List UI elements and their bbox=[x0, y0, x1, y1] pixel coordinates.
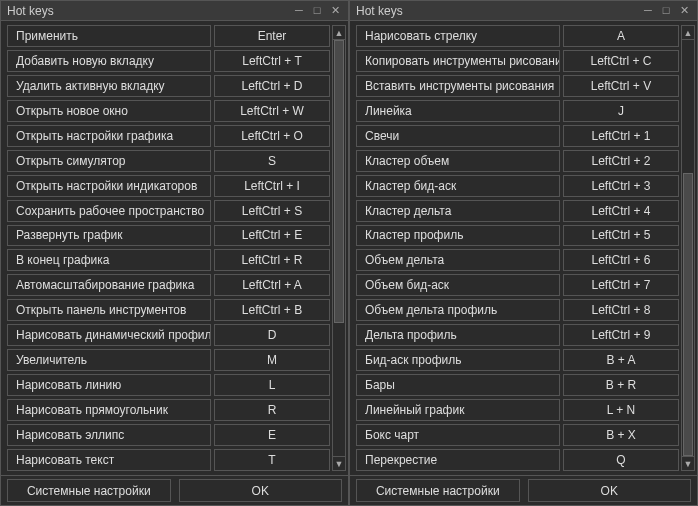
hotkey-key[interactable]: A bbox=[563, 25, 679, 47]
maximize-icon[interactable]: □ bbox=[310, 5, 324, 17]
hotkey-row: Бокс чартB + X bbox=[356, 424, 679, 446]
hotkey-key[interactable]: S bbox=[214, 150, 330, 172]
hotkey-key[interactable]: LeftCtrl + 3 bbox=[563, 175, 679, 197]
hotkey-label[interactable]: Кластер объем bbox=[356, 150, 560, 172]
hotkey-key[interactable]: LeftCtrl + S bbox=[214, 200, 330, 222]
hotkey-label[interactable]: Нарисовать динамический профил bbox=[7, 324, 211, 346]
hotkey-label[interactable]: Перекрестие bbox=[356, 449, 560, 471]
hotkey-key[interactable]: LeftCtrl + A bbox=[214, 274, 330, 296]
hotkey-key[interactable]: LeftCtrl + R bbox=[214, 249, 330, 271]
hotkey-label[interactable]: Кластер бид-аск bbox=[356, 175, 560, 197]
hotkey-key[interactable]: LeftCtrl + 2 bbox=[563, 150, 679, 172]
close-icon[interactable]: ✕ bbox=[677, 5, 691, 17]
hotkey-label[interactable]: Добавить новую вкладку bbox=[7, 50, 211, 72]
hotkey-label[interactable]: Нарисовать линию bbox=[7, 374, 211, 396]
scroll-down-icon[interactable]: ▼ bbox=[682, 456, 694, 470]
hotkey-key[interactable]: R bbox=[214, 399, 330, 421]
scroll-track[interactable] bbox=[682, 40, 694, 456]
hotkey-label[interactable]: Сохранить рабочее пространство bbox=[7, 200, 211, 222]
hotkey-key[interactable]: B + R bbox=[563, 374, 679, 396]
hotkey-label[interactable]: Кластер дельта bbox=[356, 200, 560, 222]
hotkey-label[interactable]: Вставить инструменты рисования bbox=[356, 75, 560, 97]
hotkey-key[interactable]: T bbox=[214, 449, 330, 471]
close-icon[interactable]: ✕ bbox=[328, 5, 342, 17]
hotkey-key[interactable]: LeftCtrl + E bbox=[214, 225, 330, 247]
hotkey-label[interactable]: Линейный график bbox=[356, 399, 560, 421]
scroll-up-icon[interactable]: ▲ bbox=[682, 26, 694, 40]
hotkey-label[interactable]: Нарисовать стрелку bbox=[356, 25, 560, 47]
hotkey-label[interactable]: Бокс чарт bbox=[356, 424, 560, 446]
hotkey-key[interactable]: L bbox=[214, 374, 330, 396]
hotkey-label[interactable]: Автомасштабирование графика bbox=[7, 274, 211, 296]
hotkey-key[interactable]: LeftCtrl + B bbox=[214, 299, 330, 321]
hotkey-key[interactable]: LeftCtrl + 6 bbox=[563, 249, 679, 271]
hotkey-label[interactable]: Объем дельта профиль bbox=[356, 299, 560, 321]
hotkey-key[interactable]: D bbox=[214, 324, 330, 346]
hotkey-label[interactable]: Открыть настройки графика bbox=[7, 125, 211, 147]
hotkey-label[interactable]: Дельта профиль bbox=[356, 324, 560, 346]
hotkey-row: Объем дельтаLeftCtrl + 6 bbox=[356, 249, 679, 271]
hotkey-label[interactable]: Применить bbox=[7, 25, 211, 47]
hotkey-row: Добавить новую вкладкуLeftCtrl + T bbox=[7, 50, 330, 72]
hotkey-label[interactable]: Увеличитель bbox=[7, 349, 211, 371]
hotkey-key[interactable]: LeftCtrl + O bbox=[214, 125, 330, 147]
hotkey-label[interactable]: В конец графика bbox=[7, 249, 211, 271]
hotkey-key[interactable]: M bbox=[214, 349, 330, 371]
hotkey-key[interactable]: Enter bbox=[214, 25, 330, 47]
hotkey-key[interactable]: B + X bbox=[563, 424, 679, 446]
hotkey-key[interactable]: LeftCtrl + 5 bbox=[563, 225, 679, 247]
hotkey-key[interactable]: LeftCtrl + D bbox=[214, 75, 330, 97]
scroll-track[interactable] bbox=[333, 40, 345, 456]
hotkey-label[interactable]: Кластер профиль bbox=[356, 225, 560, 247]
titlebar[interactable]: Hot keys ─ □ ✕ bbox=[350, 1, 697, 21]
hotkey-label[interactable]: Нарисовать прямоугольник bbox=[7, 399, 211, 421]
hotkey-label[interactable]: Развернуть график bbox=[7, 225, 211, 247]
hotkey-key[interactable]: L + N bbox=[563, 399, 679, 421]
minimize-icon[interactable]: ─ bbox=[292, 5, 306, 17]
hotkey-label[interactable]: Объем дельта bbox=[356, 249, 560, 271]
hotkey-key[interactable]: LeftCtrl + 1 bbox=[563, 125, 679, 147]
hotkey-label[interactable]: Бид-аск профиль bbox=[356, 349, 560, 371]
hotkey-key[interactable]: LeftCtrl + T bbox=[214, 50, 330, 72]
hotkey-key[interactable]: LeftCtrl + W bbox=[214, 100, 330, 122]
hotkey-label[interactable]: Открыть панель инструментов bbox=[7, 299, 211, 321]
system-settings-button[interactable]: Системные настройки bbox=[356, 479, 520, 502]
hotkey-row: Копировать инструменты рисованиLeftCtrl … bbox=[356, 50, 679, 72]
minimize-icon[interactable]: ─ bbox=[641, 5, 655, 17]
hotkey-key[interactable]: LeftCtrl + 7 bbox=[563, 274, 679, 296]
hotkey-key[interactable]: LeftCtrl + 4 bbox=[563, 200, 679, 222]
scrollbar[interactable]: ▲ ▼ bbox=[332, 25, 346, 471]
hotkey-key[interactable]: LeftCtrl + 8 bbox=[563, 299, 679, 321]
hotkey-key[interactable]: B + A bbox=[563, 349, 679, 371]
hotkey-label[interactable]: Открыть настройки индикаторов bbox=[7, 175, 211, 197]
system-settings-button[interactable]: Системные настройки bbox=[7, 479, 171, 502]
scroll-up-icon[interactable]: ▲ bbox=[333, 26, 345, 40]
hotkey-key[interactable]: LeftCtrl + 9 bbox=[563, 324, 679, 346]
hotkey-label[interactable]: Объем бид-аск bbox=[356, 274, 560, 296]
hotkey-label[interactable]: Нарисовать эллипс bbox=[7, 424, 211, 446]
hotkey-key[interactable]: LeftCtrl + V bbox=[563, 75, 679, 97]
scroll-thumb[interactable] bbox=[683, 173, 693, 456]
hotkey-key[interactable]: LeftCtrl + I bbox=[214, 175, 330, 197]
hotkey-label[interactable]: Открыть новое окно bbox=[7, 100, 211, 122]
hotkeys-window-right: Hot keys ─ □ ✕ Нарисовать стрелкуAКопиро… bbox=[349, 0, 698, 506]
hotkey-key[interactable]: J bbox=[563, 100, 679, 122]
ok-button[interactable]: OK bbox=[179, 479, 343, 502]
hotkey-label[interactable]: Линейка bbox=[356, 100, 560, 122]
ok-button[interactable]: OK bbox=[528, 479, 692, 502]
hotkey-label[interactable]: Открыть симулятор bbox=[7, 150, 211, 172]
hotkey-key[interactable]: Q bbox=[563, 449, 679, 471]
maximize-icon[interactable]: □ bbox=[659, 5, 673, 17]
scroll-thumb[interactable] bbox=[334, 40, 344, 323]
hotkey-key[interactable]: E bbox=[214, 424, 330, 446]
hotkey-key[interactable]: LeftCtrl + C bbox=[563, 50, 679, 72]
hotkey-label[interactable]: Нарисовать текст bbox=[7, 449, 211, 471]
titlebar[interactable]: Hot keys ─ □ ✕ bbox=[1, 1, 348, 21]
hotkey-label[interactable]: Бары bbox=[356, 374, 560, 396]
hotkeys-list: ПрименитьEnterДобавить новую вкладкуLeft… bbox=[7, 25, 330, 471]
hotkey-label[interactable]: Копировать инструменты рисовани bbox=[356, 50, 560, 72]
scroll-down-icon[interactable]: ▼ bbox=[333, 456, 345, 470]
hotkey-label[interactable]: Свечи bbox=[356, 125, 560, 147]
scrollbar[interactable]: ▲ ▼ bbox=[681, 25, 695, 471]
hotkey-label[interactable]: Удалить активную вкладку bbox=[7, 75, 211, 97]
